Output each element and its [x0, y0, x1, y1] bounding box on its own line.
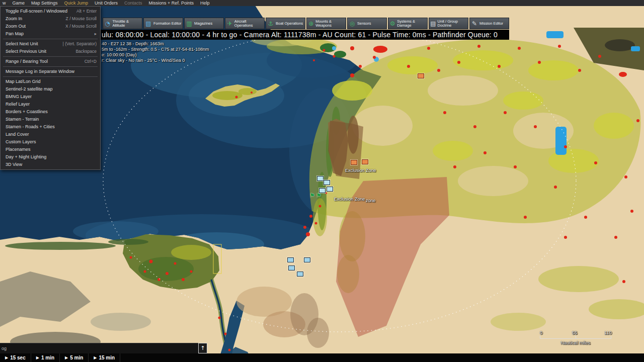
menu-item-zoom-in[interactable]: Zoom InZ / Mouse Scroll [1, 15, 100, 23]
mounts-icon: ⊕ [308, 21, 314, 27]
toolbar: ◔Throttle & Altitude▧Formation Editor▥Ma… [103, 18, 509, 30]
message-log-strip[interactable]: og [0, 343, 198, 353]
menu-shortcut: | (Vert. Separator) [63, 40, 97, 48]
menu-shortcut: Ctrl+D [85, 58, 97, 65]
gauge-icon: ◔ [104, 21, 111, 27]
menu-item-label: Day + Night Lighting [6, 153, 46, 161]
menu-item-label: Relief Layer [6, 101, 30, 108]
menu-item-label: Map Lat/Lon Grid [6, 78, 41, 85]
info-line: 5m to -162m - Strength: 0.5 - C75 at 27-… [102, 47, 209, 52]
formation-editor-button[interactable]: ▧Formation Editor [143, 18, 183, 29]
menu-item-pan-map[interactable]: Pan Map▸ [1, 30, 100, 38]
menu-item-w[interactable]: w [3, 1, 6, 6]
time-compression-bar: ▶15 sec▶1 min▶5 min▶15 min [0, 353, 644, 362]
menu-item-day-night-lighting[interactable]: Day + Night Lighting [1, 153, 100, 161]
menu-item-3d-view[interactable]: 3D View [1, 161, 100, 168]
menu-item-label: BMNG Layer [6, 93, 32, 101]
menu-item-stamen-terrain[interactable]: Stamen - Terrain [1, 116, 100, 123]
mounts-weapons-button[interactable]: ⊕Mounts & Weapons [306, 18, 346, 29]
menu-item-label: Sentinel-2 satellite map [6, 85, 53, 93]
menu-item-help[interactable]: Help [200, 1, 210, 6]
menu-item-label: Placenames [6, 146, 31, 153]
time-compression-label: 15 min [99, 355, 115, 360]
menu-item-borders-coastlines[interactable]: Borders + Coastlines [1, 108, 100, 116]
time-compression-15-min-button[interactable]: ▶15 min [89, 353, 120, 362]
time-compression-15-sec-button[interactable]: ▶15 sec [0, 353, 31, 362]
boat-operations-button[interactable]: ⚓Boat Operations [266, 18, 305, 29]
menu-item-placenames[interactable]: Placenames [1, 146, 100, 153]
play-icon: ▶ [36, 356, 39, 360]
menu-item-stamen-roads-cities[interactable]: Stamen - Roads + Cities [1, 123, 100, 131]
scale-unit-label: Nautical miles [540, 340, 611, 345]
time-compression-label: 15 sec [10, 355, 26, 360]
menu-item-missions-ref-points[interactable]: Missions + Ref. Points [149, 1, 194, 6]
throttle-altitude-button[interactable]: ◔Throttle & Altitude [103, 18, 142, 29]
magazines-button[interactable]: ▥Magazines [184, 18, 224, 29]
menu-item-label: Land Cover [6, 131, 29, 138]
doctrine-icon: ▤ [430, 21, 436, 27]
menu-item-unit-orders[interactable]: Unit Orders [95, 1, 118, 6]
aircraft-operations-button[interactable]: ✈Aircraft Operations [225, 18, 265, 29]
toolbar-button-label: Throttle & Altitude [112, 20, 141, 28]
menu-item-message-log-in-separate-window[interactable]: Message Log in Separate Window [1, 68, 100, 75]
aircraft-icon: ✈ [226, 21, 233, 27]
toolbar-button-label: Unit / Group Doctrine [438, 20, 467, 28]
menu-item-contacts[interactable]: Contacts [124, 1, 142, 6]
boat-icon: ⚓ [267, 21, 274, 27]
sensors-icon: ◎ [349, 21, 356, 27]
menu-shortcut: Alt + Enter [76, 8, 97, 15]
menu-item-label: Message Log in Separate Window [6, 68, 74, 75]
mission-icon: ✎ [471, 21, 478, 27]
log-expand-button[interactable]: ↑ [198, 343, 207, 353]
toolbar-button-label: Formation Editor [153, 22, 181, 26]
toolbar-button-label: Systems & Damage [397, 20, 426, 28]
magazine-icon: ▥ [186, 21, 193, 27]
menu-item-sentinel-2-satellite-map[interactable]: Sentinel-2 satellite map [1, 85, 100, 93]
scale-line [540, 336, 611, 339]
damage-icon: ⚙ [389, 21, 395, 27]
submenu-arrow-icon: ▸ [95, 30, 97, 38]
menu-item-select-previous-unit[interactable]: Select Previous UnitBackspace [1, 48, 100, 55]
unit-group-doctrine-button[interactable]: ▤Unit / Group Doctrine [429, 18, 468, 29]
menu-item-select-next-unit[interactable]: Select Next Unit| (Vert. Separator) [1, 40, 100, 48]
systems-damage-button[interactable]: ⚙Systems & Damage [388, 18, 428, 29]
menu-item-label: Select Next Unit [6, 40, 38, 48]
time-compression-5-min-button[interactable]: ▶5 min [60, 353, 89, 362]
menu-item-label: 3D View [6, 161, 22, 168]
menu-item-label: Range / Bearing Tool [6, 58, 48, 65]
menu-shortcut: Backspace [75, 48, 97, 55]
toolbar-button-label: Boat Operations [276, 22, 303, 26]
menu-item-label: Stamen - Terrain [6, 116, 39, 123]
sensors-button[interactable]: ◎Sensors [347, 18, 387, 29]
menu-item-label: Zoom Out [6, 23, 26, 30]
menu-item-land-cover[interactable]: Land Cover [1, 131, 100, 138]
menu-item-zoom-out[interactable]: Zoom OutX / Mouse Scroll [1, 23, 100, 30]
info-line: 40 - E27 12 38 - Depth: 1663m [102, 41, 209, 47]
menu-shortcut: X / Mouse Scroll [65, 23, 97, 30]
menu-item-relief-layer[interactable]: Relief Layer [1, 101, 100, 108]
time-compression-1-min-button[interactable]: ▶1 min [31, 353, 60, 362]
mission-editor-button[interactable]: ✎Mission Editor [469, 18, 509, 29]
info-line: e: 10:00:00 (Day) [102, 52, 209, 58]
menu-item-game[interactable]: Game [13, 1, 25, 6]
menu-separator [3, 56, 98, 57]
play-icon: ▶ [65, 356, 68, 360]
menu-separator [3, 76, 98, 77]
time-compression-label: 1 min [41, 355, 54, 360]
toolbar-button-label: Sensors [357, 22, 371, 26]
menu-item-map-lat-lon-grid[interactable]: Map Lat/Lon Grid [1, 78, 100, 85]
time-compression-label: 5 min [70, 355, 83, 360]
menu-item-custom-layers[interactable]: Custom Layers [1, 138, 100, 146]
unit-info-block: 40 - E27 12 38 - Depth: 1663m 5m to -162… [102, 41, 209, 63]
menu-item-label: Stamen - Roads + Cities [6, 123, 55, 131]
scale-tick: 0 [540, 330, 542, 335]
menu-item-label: Toggle Full-screen / Windowed [6, 8, 67, 15]
menu-item-toggle-full-screen-windowed[interactable]: Toggle Full-screen / WindowedAlt + Enter [1, 8, 100, 15]
menu-item-bmng-layer[interactable]: BMNG Layer [1, 93, 100, 101]
menu-separator [3, 66, 98, 67]
menu-item-range-bearing-tool[interactable]: Range / Bearing ToolCtrl+D [1, 58, 100, 65]
menu-item-quick-jump[interactable]: Quick Jump [64, 1, 89, 6]
info-line: r: Clear sky - No rain - 25°C - Wind/Sea… [102, 58, 209, 63]
menu-item-label: Custom Layers [6, 138, 36, 146]
menu-item-map-settings[interactable]: Map Settings [31, 1, 58, 6]
